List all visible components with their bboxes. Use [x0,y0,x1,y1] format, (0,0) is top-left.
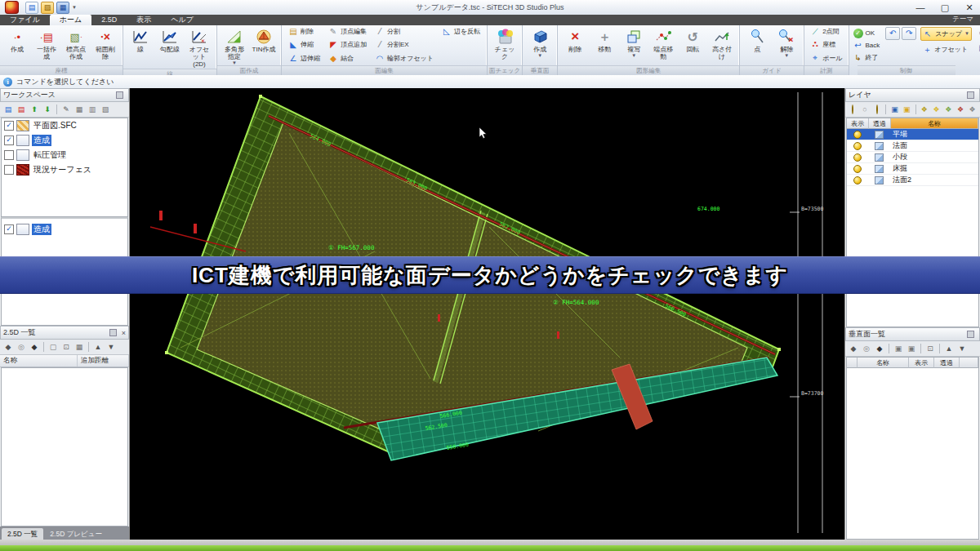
pin-icon[interactable] [967,331,974,338]
visibility-bulb-icon[interactable] [853,153,862,162]
close-icon[interactable]: × [122,329,126,337]
outline-offset-button[interactable]: ◠輪郭オフセット [373,52,435,64]
fit-view-icon[interactable]: ⊡ [924,344,936,354]
panel-25d-list[interactable] [1,367,128,527]
diamond-dark-icon[interactable]: ◆ [29,342,40,353]
move-down-icon[interactable]: ⬇ [42,104,53,115]
visibility-bulb-icon[interactable] [853,176,862,184]
tree-item-planmap[interactable]: ✓ 平面図.SFC [2,118,127,133]
layer-all-icon[interactable]: ❖ [943,104,954,115]
transparency-icon[interactable] [875,153,884,162]
up-arrow-icon[interactable]: ▲ [92,342,104,353]
theme-selector[interactable]: テーマ [952,15,973,24]
layer-box-blue-icon[interactable]: ▣ [889,104,900,115]
surface-box-icon[interactable]: ▧ [100,104,111,115]
flip-edge-button[interactable]: ◺辺を反転 [440,25,482,38]
layer-row-tokobori[interactable]: 床掘 [847,163,978,175]
split-ex-button[interactable]: ⁄分割EX [373,38,435,51]
tree-item-zousei[interactable]: ✓ 造成 [2,133,127,148]
transparency-icon[interactable] [875,131,884,139]
fit-view-icon[interactable]: ⊡ [60,342,72,353]
redo-button[interactable]: ↷ [902,27,916,40]
tin-create-button[interactable]: TIN作成 [250,26,278,65]
layer-row-kodan[interactable]: 小段 [847,152,978,163]
tab-home[interactable]: ホーム [50,15,91,25]
column-alpha[interactable]: 透過 [934,358,960,368]
grid-view-icon[interactable]: ▦ [74,342,85,353]
checkbox-checked[interactable]: ✓ [4,121,14,131]
transparency-icon[interactable] [875,142,884,150]
layer-row-norimen2[interactable]: 法面2 [847,175,978,186]
circle-marker-icon[interactable]: ◎ [16,342,27,353]
exit-button[interactable]: ↳終了 [852,51,882,64]
checkbox-checked[interactable]: ✓ [4,136,14,145]
undo-button[interactable]: ↶ [885,27,900,40]
layer-row-hiraba[interactable]: 平場 [847,129,978,140]
range-delete-button[interactable]: ∙× 範囲削除 [91,26,119,65]
layer-row-norimen[interactable]: 法面 [847,140,978,152]
move-up-icon[interactable]: ⬆ [29,104,40,115]
ok-button[interactable]: ✓OK [852,27,882,39]
transparency-icon[interactable] [875,176,884,184]
circle-marker-icon[interactable]: ◎ [861,344,872,354]
measure-coord-button[interactable]: ∴座標 [808,38,844,51]
column-show[interactable]: 表示 [909,358,934,368]
frame-icon[interactable]: ▢ [47,342,59,353]
pin-icon[interactable] [116,91,123,99]
add-drawing-icon[interactable]: ▤ [2,104,14,115]
copy-stack-icon[interactable]: ▣ [893,344,904,354]
endpoint-move-button[interactable]: 端点移動 [649,26,677,65]
edge-stretch-button[interactable]: ∠辺伸縮 [287,52,322,64]
remove-drawing-icon[interactable]: ▤ [16,104,27,115]
line-button[interactable]: 線 [127,26,154,69]
pin-icon[interactable] [967,91,974,99]
polygon-select-button[interactable]: 多角形指定 ▼ [220,26,248,65]
shape-delete-button[interactable]: × 削除 [561,26,589,65]
viewport-3d[interactable]: ① FH=567.000 ② FH=564.000 564.000 563.00… [130,88,844,540]
list-icon[interactable]: ▥ [87,104,98,115]
diamond-dark-icon[interactable]: ◆ [874,344,885,354]
bulb-off-icon[interactable]: ○ [860,104,871,115]
stretch-button[interactable]: ◣伸縮 [287,38,322,51]
visibility-bulb-icon[interactable] [853,165,862,173]
column-name[interactable]: 名称 [891,118,978,129]
visibility-bulb-icon[interactable] [853,142,862,150]
tab-25d-list[interactable]: 2.5D 一覧 [2,528,43,540]
dropdown-arrow-icon[interactable]: ▼ [537,54,542,58]
bulb-edit-icon[interactable] [871,104,882,115]
layer-box-yellow-icon[interactable]: ▣ [902,104,912,115]
checkbox-unchecked[interactable] [4,150,14,160]
measure-pole-button[interactable]: ⌖ポール [808,52,844,64]
offset-2d-button[interactable]: × オフセット(2D) [185,26,213,69]
dropdown-arrow-icon[interactable]: ▼ [631,54,636,58]
down-arrow-icon[interactable]: ▼ [105,342,117,353]
bulb-on-icon[interactable] [848,104,858,115]
checkbox-checked[interactable]: ✓ [4,224,14,234]
close-button[interactable]: ✕ [964,2,975,13]
transparency-icon[interactable] [875,165,884,173]
back-button[interactable]: ↩Back [852,39,882,51]
tab-25d-preview[interactable]: 2.5D プレビュー [44,528,108,540]
layer-up-icon[interactable]: ❖ [919,104,929,115]
height-assign-button[interactable]: 高さ付け [708,26,736,65]
visibility-bulb-icon[interactable] [853,131,862,139]
coord-create-button[interactable]: ∙• 作成 [3,26,31,65]
vertex-edit-button[interactable]: ✎頂点編集 [327,25,368,38]
coord-batch-create-button[interactable]: ∙▤ 一括作成 [33,26,60,65]
maximize-button[interactable]: ▢ [939,2,951,13]
dropdown-arrow-icon[interactable]: ▼ [784,54,789,58]
rotate-button[interactable]: ↺ 回転 [679,26,706,65]
snap-button[interactable]: ↖スナップ▼ [920,27,972,41]
tab-help[interactable]: ヘルプ [161,15,203,25]
guide-release-button[interactable]: × 解除 ▼ [773,26,800,65]
move-button[interactable]: ＋ 移動 [590,26,618,65]
tab-view[interactable]: 表示 [127,15,161,25]
slope-line-button[interactable]: 勾配線 [156,26,184,69]
vertex-add-button[interactable]: ◤頂点追加 [327,38,368,51]
up-arrow-icon[interactable]: ▲ [943,344,955,354]
guide-point-button[interactable]: 点 [743,26,771,65]
tree-item-zousei-2[interactable]: ✓ 造成 [2,222,127,237]
column-alpha[interactable]: 透過 [869,118,891,129]
tab-file[interactable]: ファイル [0,15,50,25]
offset-button[interactable]: ＋オフセット [920,43,972,56]
